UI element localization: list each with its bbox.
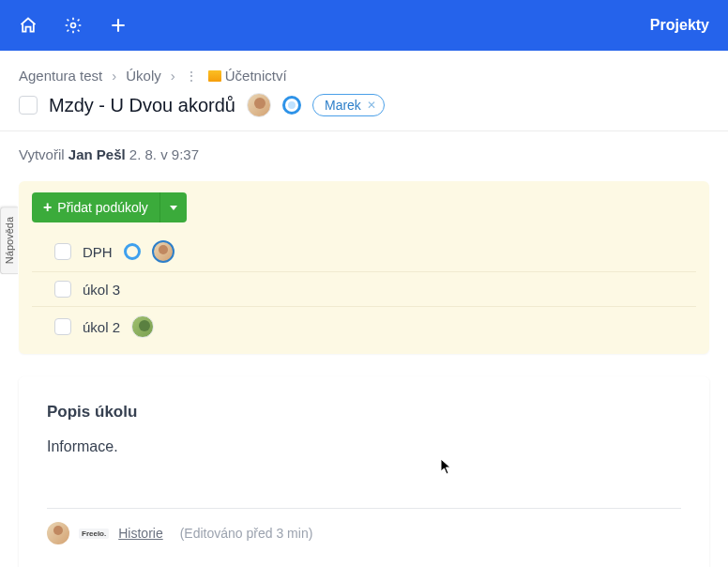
avatar[interactable] [152,240,174,263]
tag-label: Marek [325,98,361,113]
progress-ring-icon[interactable] [124,243,141,260]
description-heading: Popis úkolu [47,403,681,421]
add-subtask-dropdown[interactable] [159,192,187,222]
task-title: Mzdy - U Dvou akordů [49,95,235,116]
subtask-row[interactable]: úkol 3 [32,272,696,307]
subtask-name: úkol 2 [83,319,120,335]
subtask-checkbox[interactable] [54,243,71,260]
chevron-down-icon [170,206,177,210]
subtask-row[interactable]: DPH [32,232,696,272]
assignee-tag[interactable]: Marek ✕ [312,94,385,116]
add-subtask-label: Přidat podúkoly [57,200,148,215]
history-link[interactable]: Historie [118,526,162,541]
edited-note: (Editováno před 3 min) [180,526,313,541]
avatar[interactable] [131,315,154,338]
folder-icon [208,70,221,82]
breadcrumb-section[interactable]: Úkoly [126,68,161,84]
projects-link[interactable]: Projekty [650,17,709,34]
breadcrumb-list[interactable]: Účetnictví [208,68,287,84]
more-icon[interactable]: ⋮ [185,69,199,84]
plus-icon[interactable] [109,16,128,35]
subtask-name: úkol 3 [83,282,120,298]
chevron-right-icon: › [171,68,175,84]
description-footer: Freelo. Historie (Editováno před 3 min) [47,522,681,544]
task-header: Mzdy - U Dvou akordů Marek ✕ [0,93,728,130]
subtask-checkbox[interactable] [54,281,71,298]
meta-author: Jan Pešl [68,146,126,162]
add-subtask-group: + Přidat podúkoly [32,192,187,222]
svg-point-0 [71,23,76,28]
home-icon[interactable] [19,16,38,35]
divider [47,508,681,509]
subtask-name: DPH [83,244,113,260]
description-body[interactable]: Informace. [47,438,681,455]
description-card: Popis úkolu Informace. Freelo. Historie … [19,376,709,567]
breadcrumb-project[interactable]: Agentura test [19,68,102,84]
task-checkbox[interactable] [19,96,38,115]
avatar[interactable] [47,522,69,544]
breadcrumb-list-label: Účetnictví [225,68,287,84]
subtask-checkbox[interactable] [54,318,71,335]
progress-ring-icon[interactable] [282,96,301,115]
gear-icon[interactable] [64,16,83,35]
chevron-right-icon: › [112,68,116,84]
help-tab[interactable]: Nápověda [0,207,18,274]
subtask-row[interactable]: úkol 2 [32,307,696,346]
meta-suffix: 2. 8. v 9:37 [126,146,199,162]
subtasks-section: + Přidat podúkoly DPH úkol 3 úkol 2 [19,181,709,354]
plus-icon: + [43,199,52,216]
task-meta: Vytvořil Jan Pešl 2. 8. v 9:37 [0,130,728,176]
topbar-left-icons [19,16,128,35]
meta-prefix: Vytvořil [19,146,68,162]
freelo-badge: Freelo. [79,529,109,539]
add-subtask-button[interactable]: + Přidat podúkoly [32,192,159,222]
close-icon[interactable]: ✕ [367,99,376,112]
top-bar: Projekty [0,0,728,51]
avatar[interactable] [247,93,271,117]
breadcrumb: Agentura test › Úkoly › ⋮ Účetnictví [0,51,728,93]
